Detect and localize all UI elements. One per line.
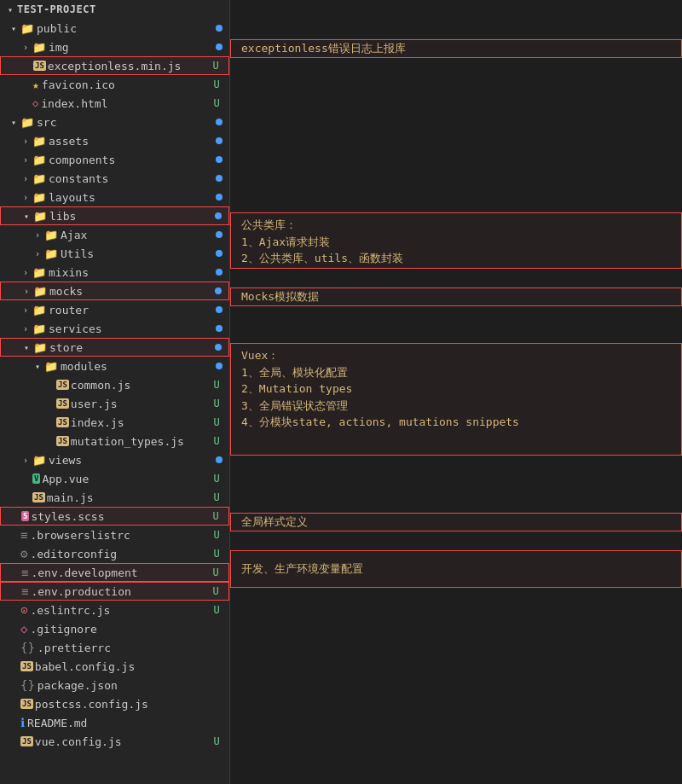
tree-babel[interactable]: JS babel.config.js [0, 657, 229, 676]
tree-img[interactable]: › 📁 img [0, 38, 229, 56]
tree-readme[interactable]: ℹ README.md [0, 713, 229, 732]
tree-src[interactable]: ▾ 📁 src [0, 113, 229, 131]
tree-index-js[interactable]: JS index.js U [0, 413, 229, 432]
untracked-badge: U [211, 435, 223, 447]
modified-dot [216, 306, 223, 313]
tree-mixins[interactable]: › 📁 mixins [0, 263, 229, 282]
untracked-badge: U [210, 510, 222, 522]
modified-dot [216, 44, 223, 50]
folder-arrow: › [19, 155, 32, 165]
tree-postcss[interactable]: JS postcss.config.js [0, 694, 229, 713]
tree-common-js[interactable]: JS common.js U [0, 375, 229, 394]
tree-store[interactable]: ▾ 📁 store [0, 338, 229, 357]
tree-package-json[interactable]: {} package.json [0, 676, 229, 694]
folder-label: Ajax [61, 229, 216, 241]
tree-public[interactable]: ▾ 📁 public [0, 19, 229, 38]
folder-icon: 📁 [32, 266, 46, 279]
tree-main-js[interactable]: JS main.js U [0, 488, 229, 507]
tree-mocks[interactable]: › 📁 mocks [0, 282, 229, 300]
file-label: vue.config.js [35, 735, 211, 748]
untracked-badge: U [211, 604, 223, 616]
annotation-text: Mocks模拟数据 [241, 288, 319, 305]
file-label: styles.scss [31, 510, 210, 523]
tree-constants[interactable]: › 📁 constants [0, 169, 229, 188]
tree-views[interactable]: › 📁 views [0, 450, 229, 469]
folder-label: public [37, 22, 216, 35]
collapse-arrow: ▾ [3, 5, 17, 15]
file-label: .env.development [31, 566, 210, 579]
tree-browserslistrc[interactable]: ≡ .browserslistrc U [0, 526, 229, 544]
folder-icon: 📁 [32, 172, 46, 185]
annotation-store: Vuex： 1、全局、模块化配置 2、Mutation types 3、全局错误… [230, 343, 682, 456]
tree-eslintrc[interactable]: ⊙ .eslintrc.js U [0, 601, 229, 619]
folder-arrow: › [31, 249, 44, 258]
tree-editorconfig[interactable]: ⚙ .editorconfig U [0, 544, 229, 563]
annotation-text: 公共类库： 1、Ajax请求封装 2、公共类库、utils、函数封装 [241, 217, 403, 267]
folder-icon: 📁 [32, 135, 46, 148]
tree-vue-config[interactable]: JS vue.config.js U [0, 732, 229, 751]
tree-env-dev[interactable]: ≡ .env.development U [0, 563, 229, 582]
file-label: package.json [38, 679, 223, 692]
tree-libs[interactable]: ▾ 📁 libs [0, 206, 229, 225]
project-title: TEST-PROJECT [17, 3, 223, 15]
folder-label: mocks [49, 285, 215, 298]
annotation-panel: exceptionless错误日志上报库 公共类库： 1、Ajax请求封装 2、… [230, 0, 682, 784]
folder-icon: 📁 [33, 210, 47, 223]
modified-dot [215, 212, 222, 219]
tree-ajax[interactable]: › 📁 Ajax [0, 225, 229, 244]
modified-dot [216, 175, 223, 182]
tree-prettierrc[interactable]: {} .prettierrc [0, 638, 229, 657]
modified-dot [216, 231, 223, 238]
tree-components[interactable]: › 📁 components [0, 150, 229, 169]
folder-icon: 📁 [32, 41, 46, 54]
untracked-badge: U [211, 416, 223, 428]
git-icon: ◇ [20, 622, 27, 636]
tree-env-prod[interactable]: ≡ .env.production U [0, 582, 229, 601]
folder-arrow: ▾ [7, 24, 20, 33]
file-label: .browserslistrc [30, 529, 211, 542]
annotation-text: Vuex： 1、全局、模块化配置 2、Mutation types 3、全局错误… [241, 347, 519, 431]
modified-dot [216, 194, 223, 200]
untracked-badge: U [211, 78, 223, 90]
tree-services[interactable]: › 📁 services [0, 319, 229, 338]
file-label: postcss.config.js [35, 698, 223, 711]
folder-icon: 📁 [32, 304, 46, 317]
folder-label: constants [49, 172, 216, 185]
tree-styles-scss[interactable]: S styles.scss U [0, 507, 229, 526]
tree-assets[interactable]: › 📁 assets [0, 131, 229, 150]
file-label: mutation_types.js [71, 435, 211, 448]
js-icon: JS [20, 661, 33, 671]
folder-label: modules [61, 360, 216, 373]
file-label: main.js [47, 491, 211, 504]
folder-icon: 📁 [20, 116, 34, 129]
scss-icon: S [21, 511, 29, 521]
tree-layouts[interactable]: › 📁 layouts [0, 188, 229, 206]
project-root[interactable]: ▾ TEST-PROJECT [0, 0, 229, 19]
untracked-badge: U [211, 548, 223, 560]
tree-utils[interactable]: › 📁 Utils [0, 244, 229, 263]
untracked-badge: U [210, 585, 222, 597]
folder-icon: 📁 [33, 285, 47, 298]
tree-exceptionless[interactable]: JS exceptionless.min.js U [0, 56, 229, 75]
annotation-styles: 全局样式定义 [230, 513, 682, 531]
untracked-badge: U [210, 60, 222, 72]
json-icon: {} [20, 641, 35, 654]
folder-label: libs [49, 210, 215, 223]
untracked-badge: U [211, 473, 223, 485]
file-label: App.vue [42, 473, 211, 485]
file-label: .env.production [31, 585, 210, 598]
untracked-badge: U [211, 491, 223, 503]
tree-modules[interactable]: ▾ 📁 modules [0, 357, 229, 375]
tree-app-vue[interactable]: V App.vue U [0, 469, 229, 488]
tree-user-js[interactable]: JS user.js U [0, 394, 229, 413]
tree-gitignore[interactable]: ◇ .gitignore [0, 619, 229, 638]
env-icon: ≡ [21, 566, 28, 579]
env-icon: ≡ [21, 584, 28, 598]
tree-index-html[interactable]: ◇ index.html U [0, 94, 229, 113]
tree-router[interactable]: › 📁 router [0, 300, 229, 319]
js-icon: JS [33, 61, 46, 71]
js-icon: JS [20, 736, 33, 746]
tree-favicon[interactable]: ★ favicon.ico U [0, 75, 229, 94]
tree-mutation-types[interactable]: JS mutation_types.js U [0, 432, 229, 450]
js-icon: JS [20, 699, 33, 709]
